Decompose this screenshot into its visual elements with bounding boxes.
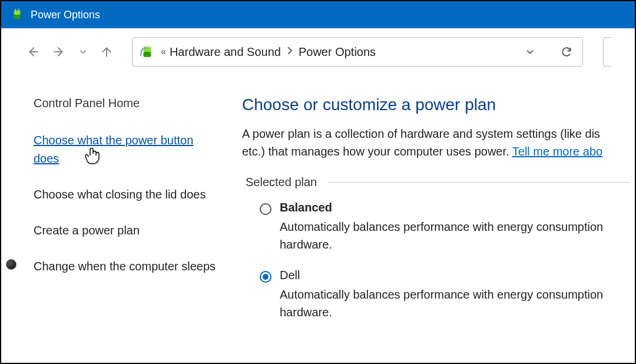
svg-point-6 <box>145 47 147 49</box>
page-description: A power plan is a collection of hardware… <box>242 125 630 160</box>
sidebar: Control Panel Home Choose what the power… <box>19 93 228 336</box>
sleep-icon <box>6 259 16 270</box>
control-panel-home-link[interactable]: Control Panel Home <box>34 97 228 110</box>
page-description-line1: A power plan is a collection of hardware… <box>242 127 600 140</box>
sidebar-link-sleep[interactable]: Change when the computer sleeps <box>34 257 222 276</box>
section-selected-plan-label: Selected plan <box>246 176 317 189</box>
search-input[interactable] <box>603 37 611 67</box>
breadcrumb-overflow-icon[interactable]: « <box>161 47 164 57</box>
titlebar: Power Options <box>1 1 635 28</box>
navigation-row: « Hardware and Sound Power Options <box>1 28 635 75</box>
address-bar[interactable]: « Hardware and Sound Power Options <box>132 37 583 67</box>
plan-description: Automatically balances performance with … <box>280 218 630 253</box>
refresh-button[interactable] <box>558 46 575 58</box>
sidebar-link-lid[interactable]: Choose what closing the lid does <box>34 186 222 204</box>
cursor-pointer-icon <box>85 148 100 168</box>
history-dropdown[interactable] <box>521 46 539 58</box>
chevron-right-icon <box>287 47 293 57</box>
svg-rect-4 <box>144 47 151 52</box>
radio-dell[interactable] <box>260 271 271 283</box>
sidebar-link-create-plan[interactable]: Create a power plan <box>34 221 222 240</box>
up-button[interactable] <box>98 43 115 61</box>
back-button[interactable] <box>24 43 41 61</box>
plan-name: Balanced <box>280 201 630 214</box>
svg-rect-5 <box>144 52 151 57</box>
tell-me-more-link[interactable]: Tell me more abo <box>512 145 602 158</box>
svg-rect-1 <box>14 15 21 19</box>
page-title: Choose or customize a power plan <box>242 95 630 114</box>
plan-option-dell[interactable]: Dell Automatically balances performance … <box>260 269 630 321</box>
plan-option-balanced[interactable]: Balanced Automatically balances performa… <box>260 201 630 253</box>
svg-rect-2 <box>15 9 16 11</box>
page-description-line2: etc.) that manages how your computer use… <box>242 145 512 158</box>
power-options-icon <box>11 8 24 21</box>
breadcrumb-parent[interactable]: Hardware and Sound <box>170 45 281 59</box>
plan-name: Dell <box>280 269 630 282</box>
breadcrumb-current[interactable]: Power Options <box>299 45 376 59</box>
radio-balanced[interactable] <box>260 203 271 215</box>
divider <box>327 182 630 183</box>
window-title: Power Options <box>31 9 100 21</box>
recent-locations-dropdown[interactable] <box>78 43 88 61</box>
forward-button[interactable] <box>51 43 68 61</box>
main-panel: Choose or customize a power plan A power… <box>228 93 630 336</box>
svg-rect-0 <box>14 11 21 15</box>
sidebar-link-power-button[interactable]: Choose what the power button does <box>34 131 222 168</box>
svg-rect-3 <box>18 9 19 11</box>
plan-description: Automatically balances performance with … <box>280 286 630 321</box>
power-options-icon <box>140 44 155 59</box>
